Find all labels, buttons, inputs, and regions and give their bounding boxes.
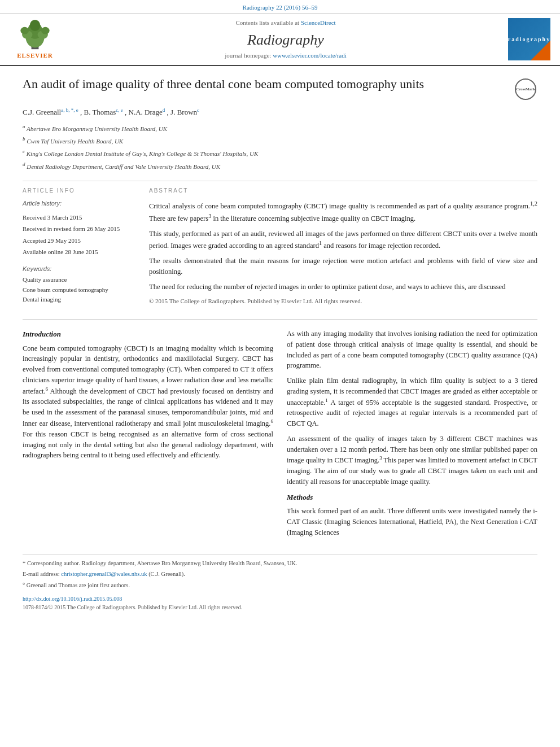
affil-item-b: b Cwm Taf University Health Board, UK <box>23 135 537 146</box>
journal-header: ELSEVIER Contents lists available at Sci… <box>0 14 560 66</box>
page: Radiography 22 (2016) 56–59 ELSEVIER <box>0 0 560 747</box>
right-para-2: Unlike plain film dental radiography, in… <box>287 375 537 429</box>
methods-heading: Methods <box>287 492 537 503</box>
accepted-date-text: Accepted 29 May 2015 <box>23 237 81 244</box>
article-info-col: ARTICLE INFO Article history: Received 3… <box>23 187 135 305</box>
sciencedirect-notice: Contents lists available at ScienceDirec… <box>69 19 502 27</box>
author1-sup: a, b, *, e <box>61 107 78 113</box>
body-two-col: Introduction Cone beam computed tomograp… <box>23 329 537 543</box>
keyword-1: Quality assurance <box>23 276 135 284</box>
author3-name: , N.A. Drage <box>125 108 163 117</box>
received-revised-date: Received in revised form 26 May 2015 <box>23 224 135 234</box>
sciencedirect-link[interactable]: ScienceDirect <box>301 19 336 26</box>
doi-link[interactable]: http://dx.doi.org/10.1016/j.radi.2015.05… <box>23 596 122 602</box>
issn-text: 1078-8174/© 2015 The College of Radiogra… <box>23 603 537 611</box>
journal-citation-bar: Radiography 22 (2016) 56–59 <box>0 0 560 14</box>
footer-note-1-text: * Corresponding author. Radiology depart… <box>23 560 298 566</box>
article-info-abstract: ARTICLE INFO Article history: Received 3… <box>23 187 537 305</box>
footer-note-1: * Corresponding author. Radiology depart… <box>23 559 537 568</box>
methods-para-1: This work formed part of an audit. Three… <box>287 506 537 538</box>
journal-homepage-link[interactable]: www.elsevier.com/locate/radi <box>273 52 347 59</box>
keyword-3: Dental imaging <box>23 295 135 304</box>
history-label: Article history: <box>23 199 135 208</box>
body-section: Introduction Cone beam computed tomograp… <box>23 319 537 543</box>
crossmark-badge: CrossMark <box>515 78 537 100</box>
keyword-2: Cone beam computed tomography <box>23 286 135 294</box>
affil-item-c: c King's College London Dental Institute… <box>23 147 537 159</box>
article-title-section: An audit of image quality of three denta… <box>23 76 537 100</box>
received-date: Received 3 March 2015 <box>23 212 135 222</box>
right-para-1: As with any imaging modality that involv… <box>287 329 537 371</box>
svg-point-7 <box>41 27 50 34</box>
divider-1 <box>23 181 537 181</box>
affil-b-text: Cwm Taf University Health Board, UK <box>27 138 123 145</box>
footer-section: * Corresponding author. Radiology depart… <box>23 554 537 611</box>
elsevier-logo: ELSEVIER <box>7 19 63 60</box>
author4-sup: c <box>197 107 199 113</box>
intro-heading: Introduction <box>23 329 273 340</box>
received-date-text: Received 3 March 2015 <box>23 214 82 221</box>
article-title-text: An audit of image quality of three denta… <box>23 76 515 93</box>
copyright-text: © 2015 The College of Radiographers. Pub… <box>149 297 537 305</box>
body-right-col: As with any imaging modality that involv… <box>287 329 537 543</box>
keywords-section: Keywords: Quality assurance Cone beam co… <box>23 265 135 304</box>
keywords-label: Keywords: <box>23 265 135 273</box>
abstract-text: Critical analysis of cone beam computed … <box>149 199 537 292</box>
abstract-para-4: The need for reducing the number of reje… <box>149 282 537 292</box>
journal-name: Radiography <box>69 30 502 50</box>
authors-line: C.J. Greenalla, b, *, e , B. Thomasc, e … <box>23 107 537 118</box>
abstract-para-1: Critical analysis of cone beam computed … <box>149 199 537 224</box>
article-info-label: ARTICLE INFO <box>23 187 135 195</box>
elsevier-tree-icon <box>15 19 55 50</box>
journal-homepage: journal homepage: www.elsevier.com/locat… <box>69 51 502 60</box>
author2-name: , B. Thomas <box>80 108 116 117</box>
available-date-text: Available online 28 June 2015 <box>23 248 98 255</box>
affiliations-list: a Abertawe Bro Morgannwg University Heal… <box>23 123 537 172</box>
received-revised-text: Received in revised form 26 May 2015 <box>23 225 120 232</box>
footer-note-2: E-mail address: christopher.greenall3@wa… <box>23 570 537 579</box>
author4-name: , J. Brown <box>167 108 197 117</box>
journal-citation: Radiography 22 (2016) 56–59 <box>243 4 318 11</box>
abstract-col: ABSTRACT Critical analysis of cone beam … <box>149 187 537 305</box>
available-date: Available online 28 June 2015 <box>23 247 135 257</box>
intro-para-1: Cone beam computed tomography (CBCT) is … <box>23 343 273 461</box>
journal-logo-box: radiography <box>508 18 550 60</box>
main-content: An audit of image quality of three denta… <box>0 66 560 622</box>
affil-d-text: Dental Radiology Department, Cardiff and… <box>27 163 220 169</box>
author3-sup: d <box>163 107 165 113</box>
doi-text: http://dx.doi.org/10.1016/j.radi.2015.05… <box>23 595 537 603</box>
accepted-date: Accepted 29 May 2015 <box>23 235 135 246</box>
body-left-col: Introduction Cone beam computed tomograp… <box>23 329 273 543</box>
crossmark-icon: CrossMark <box>515 78 536 100</box>
right-para-3: An assessment of the quality of images t… <box>287 434 537 487</box>
svg-point-3 <box>30 20 40 31</box>
journal-logo-text: radiography <box>508 36 550 43</box>
abstract-para-3: The results demonstrated that the main r… <box>149 256 537 277</box>
footer-note-3-text: ° Greenall and Thomas are joint first au… <box>23 582 130 588</box>
journal-logo-right: radiography <box>508 18 553 60</box>
author1-name: C.J. Greenall <box>23 108 61 117</box>
abstract-para-2: This study, performed as part of an audi… <box>149 229 537 252</box>
elsevier-wordmark: ELSEVIER <box>17 51 53 60</box>
affil-item-a: a Abertawe Bro Morgannwg University Heal… <box>23 123 537 134</box>
footer-note-3: ° Greenall and Thomas are joint first au… <box>23 581 537 590</box>
email-link[interactable]: christopher.greenall3@wales.nhs.uk <box>61 571 147 577</box>
affil-item-d: d Dental Radiology Department, Cardiff a… <box>23 160 537 172</box>
author2-sup: c, e <box>116 107 123 113</box>
footer-bottom: http://dx.doi.org/10.1016/j.radi.2015.05… <box>23 595 537 611</box>
affil-a-text: Abertawe Bro Morgannwg University Health… <box>27 125 167 132</box>
abstract-label: ABSTRACT <box>149 187 537 195</box>
affil-c-text: King's College London Dental Institute o… <box>27 150 259 157</box>
journal-center-info: Contents lists available at ScienceDirec… <box>69 19 502 60</box>
svg-point-6 <box>20 27 29 34</box>
